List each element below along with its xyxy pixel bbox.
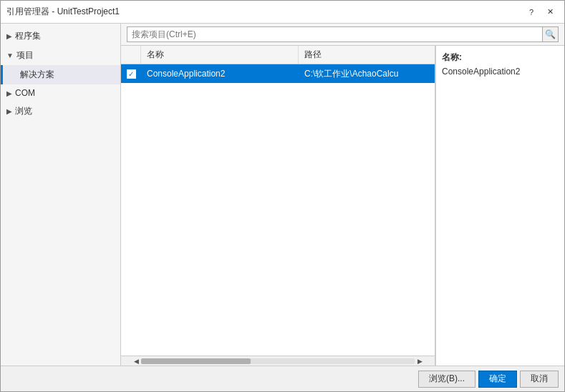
nav-section: ▶ 程序集 ▼ 项目 解决方案 ▶ COM ▶ 浏览: [1, 24, 120, 124]
left-panel: ▶ 程序集 ▼ 项目 解决方案 ▶ COM ▶ 浏览: [1, 24, 121, 366]
search-input[interactable]: [127, 26, 543, 42]
search-bar: 🔍: [121, 24, 564, 46]
cancel-button[interactable]: 取消: [520, 371, 559, 388]
footer: 浏览(B)... 确定 取消: [1, 366, 564, 391]
main-content: 名称 路径 ConsoleApplication2 C:\软工作业\AchaoC…: [121, 46, 564, 366]
sidebar-item-solution-label: 解决方案: [20, 69, 54, 79]
browse-arrow: ▶: [6, 107, 12, 115]
sidebar-item-projects[interactable]: ▼ 项目: [1, 46, 120, 65]
browse-button[interactable]: 浏览(B)...: [418, 371, 475, 388]
title-bar: 引用管理器 - UnitTestProject1 ? ✕: [1, 1, 564, 24]
sidebar-item-browse-label: 浏览: [15, 105, 32, 117]
ok-button[interactable]: 确定: [478, 371, 517, 388]
scroll-left-arrow[interactable]: ◀: [131, 356, 141, 366]
com-arrow: ▶: [6, 89, 12, 97]
row-name-cell: ConsoleApplication2: [141, 69, 299, 79]
main-window: 引用管理器 - UnitTestProject1 ? ✕ ▶ 程序集 ▼ 项目 …: [0, 0, 565, 392]
table-area: 名称 路径 ConsoleApplication2 C:\软工作业\AchaoC…: [121, 46, 435, 366]
projects-arrow: ▼: [6, 52, 14, 59]
window-controls: ? ✕: [523, 5, 559, 19]
sidebar-item-projects-label: 项目: [16, 49, 34, 62]
table-header: 名称 路径: [121, 46, 435, 64]
col-path-header: 路径: [299, 46, 435, 64]
help-button[interactable]: ?: [523, 5, 540, 19]
scroll-right-arrow[interactable]: ▶: [415, 356, 425, 366]
table-row[interactable]: ConsoleApplication2 C:\软工作业\AchaoCalcu: [121, 64, 435, 83]
title-bar-left: 引用管理器 - UnitTestProject1: [6, 6, 120, 18]
sidebar-item-browse[interactable]: ▶ 浏览: [1, 102, 120, 121]
sidebar-item-com[interactable]: ▶ COM: [1, 84, 120, 102]
sidebar-item-solution[interactable]: 解决方案: [1, 65, 120, 84]
table-body: ConsoleApplication2 C:\软工作业\AchaoCalcu: [121, 64, 435, 356]
scrollbar-thumb[interactable]: [141, 358, 251, 364]
row-checkbox-cell: [121, 69, 141, 79]
col-name-header: 名称: [141, 46, 299, 64]
col-check-header: [121, 46, 141, 64]
window-title: 引用管理器 - UnitTestProject1: [6, 6, 120, 18]
details-title: 名称:: [442, 52, 559, 64]
right-panel: 🔍 名称 路径: [121, 24, 564, 366]
details-panel: 名称: ConsoleApplication2: [435, 46, 564, 366]
row-path-cell: C:\软工作业\AchaoCalcu: [299, 68, 435, 80]
sidebar-item-assemblies[interactable]: ▶ 程序集: [1, 26, 120, 46]
row-checkbox[interactable]: [127, 69, 136, 79]
close-button[interactable]: ✕: [541, 5, 559, 19]
sidebar-item-com-label: COM: [15, 88, 35, 98]
search-button[interactable]: 🔍: [543, 26, 559, 42]
scrollbar-track[interactable]: [141, 358, 415, 364]
content-area: ▶ 程序集 ▼ 项目 解决方案 ▶ COM ▶ 浏览: [1, 24, 564, 366]
assemblies-arrow: ▶: [6, 32, 12, 40]
sidebar-item-assemblies-label: 程序集: [15, 30, 41, 42]
horizontal-scrollbar[interactable]: ◀ ▶: [121, 356, 435, 366]
details-value: ConsoleApplication2: [442, 67, 559, 77]
